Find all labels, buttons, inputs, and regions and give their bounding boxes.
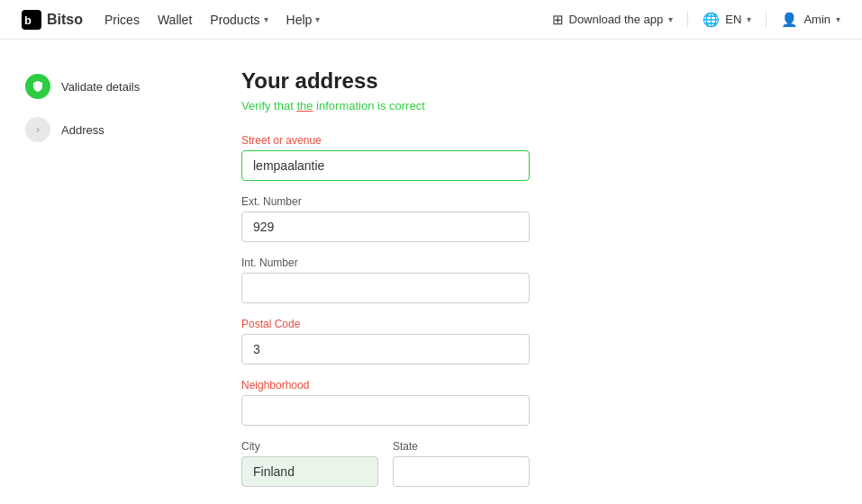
nav-divider-2	[766, 12, 767, 28]
neighborhood-label: Neighborhood	[241, 379, 785, 392]
ext-number-input[interactable]	[241, 212, 530, 242]
city-label: City	[241, 440, 378, 453]
postal-code-label: Postal Code	[241, 318, 785, 330]
int-number-input[interactable]	[241, 273, 530, 303]
neighborhood-group: Neighborhood	[241, 379, 785, 426]
nav-divider-1	[687, 12, 688, 28]
user-menu[interactable]: 👤 Amin ▾	[781, 12, 840, 28]
nav-prices[interactable]: Prices	[104, 13, 140, 27]
city-state-row: City State	[241, 440, 530, 501]
sidebar: Validate details › Address	[0, 40, 198, 504]
ext-number-label: Ext. Number	[241, 195, 785, 208]
street-group: Street or avenue	[241, 134, 785, 181]
download-app-button[interactable]: ⊞ Download the app ▾	[552, 12, 674, 28]
nav-help[interactable]: Help ▾	[286, 13, 321, 27]
state-label: State	[393, 440, 530, 453]
page-layout: Validate details › Address Your address …	[0, 40, 862, 504]
state-group: State	[393, 440, 530, 487]
download-chevron-icon: ▾	[668, 14, 673, 24]
language-chevron-icon: ▾	[747, 14, 751, 24]
user-chevron-icon: ▾	[836, 14, 840, 24]
logo[interactable]: b Bitso	[22, 10, 83, 30]
nav-wallet[interactable]: Wallet	[158, 13, 192, 27]
user-icon: 👤	[781, 12, 798, 28]
shield-check-icon	[32, 80, 44, 93]
ext-number-group: Ext. Number	[241, 195, 785, 242]
address-label: Address	[61, 123, 104, 137]
bitso-logo-icon: b	[22, 10, 41, 30]
chevron-right-icon: ›	[36, 123, 40, 136]
products-chevron-icon: ▾	[264, 14, 268, 24]
city-input[interactable]	[241, 456, 378, 487]
nav-links: Prices Wallet Products ▾ Help ▾	[104, 13, 320, 27]
main-content: Your address Verify that the information…	[198, 40, 829, 504]
svg-text:b: b	[24, 14, 32, 27]
validate-details-label: Validate details	[61, 80, 140, 94]
navbar: b Bitso Prices Wallet Products ▾ Help ▾ …	[0, 0, 862, 40]
page-subtitle: Verify that the information is correct	[241, 99, 785, 112]
subtitle-prefix: Verify that	[241, 99, 296, 112]
nav-products[interactable]: Products ▾	[210, 13, 268, 27]
nav-left: b Bitso Prices Wallet Products ▾ Help ▾	[22, 10, 320, 30]
int-number-group: Int. Number	[241, 256, 785, 303]
language-selector[interactable]: 🌐 EN ▾	[703, 12, 751, 28]
state-input[interactable]	[393, 456, 530, 487]
postal-code-input[interactable]	[241, 334, 530, 364]
help-chevron-icon: ▾	[315, 14, 320, 24]
logo-text: Bitso	[47, 12, 83, 28]
city-group: City	[241, 440, 378, 487]
globe-icon: 🌐	[703, 12, 720, 28]
step-validate-details: Validate details	[18, 68, 180, 104]
nav-right: ⊞ Download the app ▾ 🌐 EN ▾ 👤 Amin ▾	[552, 12, 841, 28]
street-input[interactable]	[241, 150, 530, 181]
validate-details-icon	[25, 74, 50, 99]
subtitle-highlight: the	[296, 99, 313, 112]
subtitle-suffix: information is correct	[313, 99, 425, 112]
grid-icon: ⊞	[552, 12, 564, 28]
step-address: › Address	[18, 112, 180, 148]
postal-code-group: Postal Code	[241, 318, 785, 364]
neighborhood-input[interactable]	[241, 395, 530, 426]
int-number-label: Int. Number	[241, 256, 785, 269]
street-label: Street or avenue	[241, 134, 785, 147]
address-step-icon: ›	[25, 117, 50, 142]
page-title: Your address	[241, 68, 785, 94]
